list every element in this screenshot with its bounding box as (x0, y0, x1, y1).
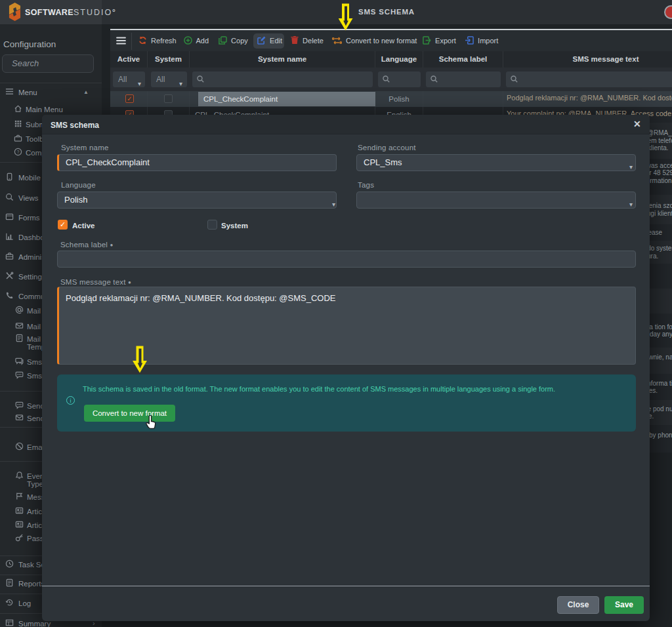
svg-text:?: ? (17, 150, 20, 154)
